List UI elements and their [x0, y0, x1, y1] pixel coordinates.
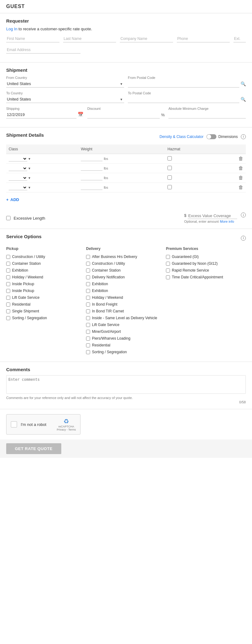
get-rate-quote-button[interactable]: GET RATE QUOTE	[6, 443, 61, 454]
class-select-0[interactable]: 505560 657077.5 8592.5100 110125150 1752…	[9, 156, 27, 161]
list-item: Inside Pickup	[6, 289, 83, 293]
class-arrow-1: ▼	[28, 167, 31, 170]
list-item: Exhibition	[86, 289, 163, 293]
list-item: Construction / Utility	[86, 261, 163, 266]
from-country-select[interactable]: United States	[6, 80, 124, 88]
service-checkbox-delivery-items-3[interactable]	[86, 275, 90, 279]
service-checkbox-delivery-items2-2[interactable]	[86, 303, 90, 307]
list-item: Inside - Same Level as Delivery Vehicle	[86, 316, 163, 320]
weight-input-3[interactable]	[81, 185, 102, 190]
service-checkbox-pickup-items-4[interactable]	[6, 282, 10, 286]
delete-row-icon-0[interactable]: 🗑	[238, 156, 243, 161]
from-country-row: From Country United States ▼ From Postal…	[6, 76, 246, 88]
company-name-input[interactable]	[120, 35, 173, 42]
hazmat-checkbox-3[interactable]	[167, 185, 172, 189]
service-checkbox-delivery-items2-6[interactable]	[86, 330, 90, 334]
class-select-2[interactable]: 505560 657077.5 8592.5100 110125150 1752…	[9, 175, 27, 181]
shipping-date-input[interactable]	[6, 111, 76, 118]
comments-textarea[interactable]	[6, 375, 246, 394]
login-link[interactable]: Log In	[6, 27, 17, 31]
list-item: In Bond Freight	[86, 302, 163, 307]
pickup-items: Construction / Utility Container Station…	[6, 255, 83, 286]
excess-info-icon[interactable]: i	[241, 213, 246, 217]
service-checkbox-delivery-items-0[interactable]	[86, 255, 90, 259]
delete-row-icon-3[interactable]: 🗑	[238, 185, 243, 190]
hazmat-checkbox-2[interactable]	[167, 175, 172, 180]
service-checkbox-delivery-items2-1[interactable]	[86, 296, 90, 300]
service-checkbox-delivery-items-2[interactable]	[86, 268, 90, 273]
service-checkbox-premium-items-2[interactable]	[166, 268, 170, 273]
add-row-button[interactable]: + ADD	[6, 195, 246, 204]
ext-input[interactable]	[233, 35, 246, 42]
calendar-icon[interactable]: 📅	[78, 112, 84, 117]
first-name-input[interactable]	[6, 35, 59, 42]
service-checkbox-pickup-items2-1[interactable]	[6, 296, 10, 300]
service-checkbox-delivery-items-4[interactable]	[86, 282, 90, 286]
service-checkbox-pickup-items-3[interactable]	[6, 275, 10, 279]
service-label-pickup-items-0: Construction / Utility	[12, 255, 45, 259]
dimensions-toggle[interactable]	[206, 134, 216, 139]
hazmat-checkbox-1[interactable]	[167, 166, 172, 170]
list-item: Lift Gate Service	[86, 323, 163, 327]
service-checkbox-pickup-items-2[interactable]	[6, 268, 10, 273]
service-checkbox-pickup-items2-2[interactable]	[6, 303, 10, 307]
to-postal-search-icon[interactable]: 🔍	[241, 97, 246, 102]
char-count: 0/58	[6, 400, 246, 404]
service-checkbox-premium-items-1[interactable]	[166, 262, 170, 266]
list-item: Inside Pickup	[6, 282, 83, 286]
service-checkbox-delivery-items2-9[interactable]	[86, 350, 90, 354]
more-info-link[interactable]: More info	[220, 220, 234, 223]
delete-row-icon-1[interactable]: 🗑	[238, 165, 243, 171]
to-postal-input[interactable]	[128, 96, 239, 103]
service-checkbox-pickup-items2-0[interactable]	[6, 289, 10, 293]
table-header-row: Class Weight Hazmat	[6, 144, 246, 154]
to-country-row: To Country United States ▼ To Postal Cod…	[6, 91, 246, 103]
class-select-3[interactable]: 505560 657077.5 8592.5100 110125150 1752…	[9, 185, 27, 190]
service-checkbox-delivery-items2-7[interactable]	[86, 337, 90, 341]
delete-cell-0: 🗑	[223, 154, 246, 164]
hazmat-checkbox-0[interactable]	[167, 156, 172, 161]
excess-input-row: $	[184, 213, 237, 219]
captcha-checkbox[interactable]	[11, 421, 17, 427]
page-title: GUEST	[6, 4, 246, 9]
weight-input-1[interactable]	[81, 166, 102, 171]
last-name-input[interactable]	[63, 35, 116, 42]
density-calculator-link[interactable]: Density & Class Calculator	[159, 135, 203, 139]
service-checkbox-premium-items-3[interactable]	[166, 275, 170, 279]
delete-row-icon-2[interactable]: 🗑	[238, 175, 243, 180]
weight-input-0[interactable]	[81, 157, 102, 161]
service-checkbox-pickup-items2-4[interactable]	[6, 316, 10, 320]
service-checkbox-delivery-items2-3[interactable]	[86, 309, 90, 313]
service-options-header: Service Options i	[6, 234, 246, 242]
from-postal-search-icon[interactable]: 🔍	[241, 81, 246, 86]
service-checkbox-pickup-items-0[interactable]	[6, 255, 10, 259]
service-checkbox-pickup-items2-3[interactable]	[6, 309, 10, 313]
service-checkbox-delivery-items2-5[interactable]	[86, 323, 90, 327]
phone-input[interactable]	[177, 35, 230, 42]
service-checkbox-delivery-items2-4[interactable]	[86, 316, 90, 320]
service-label-pickup-items2-3: Single Shipment	[12, 309, 39, 313]
hazmat-cell-2	[165, 173, 223, 183]
dimensions-info-icon[interactable]: i	[241, 134, 246, 139]
service-checkbox-pickup-items-1[interactable]	[6, 262, 10, 266]
abs-min-input[interactable]	[168, 111, 246, 118]
service-options-info-icon[interactable]: i	[241, 236, 246, 241]
service-checkbox-premium-items-0[interactable]	[166, 255, 170, 259]
service-label-delivery-items2-2: In Bond Freight	[92, 302, 117, 307]
service-checkbox-delivery-items-1[interactable]	[86, 262, 90, 266]
excessive-length-checkbox[interactable]	[6, 216, 11, 220]
captcha-logo: ♻ reCAPTCHA Privacy - Terms	[57, 418, 76, 431]
list-item: Time Date Critical/Appointment	[166, 275, 243, 279]
excess-value-input[interactable]	[188, 213, 237, 219]
weight-input-2[interactable]	[81, 176, 102, 180]
comments-section: Comments Comments are for your reference…	[0, 362, 252, 409]
to-country-select[interactable]: United States	[6, 96, 124, 103]
service-checkbox-delivery-items2-0[interactable]	[86, 289, 90, 293]
from-postal-input[interactable]	[128, 80, 239, 88]
discount-input[interactable]	[87, 111, 160, 118]
list-item: Container Station	[86, 268, 163, 273]
class-select-1[interactable]: 505560 657077.5 8592.5100 110125150 1752…	[9, 166, 27, 171]
excess-value-container: $ Optional, enter amount More info	[184, 213, 237, 224]
email-input[interactable]	[6, 46, 80, 54]
service-checkbox-delivery-items2-8[interactable]	[86, 343, 90, 347]
